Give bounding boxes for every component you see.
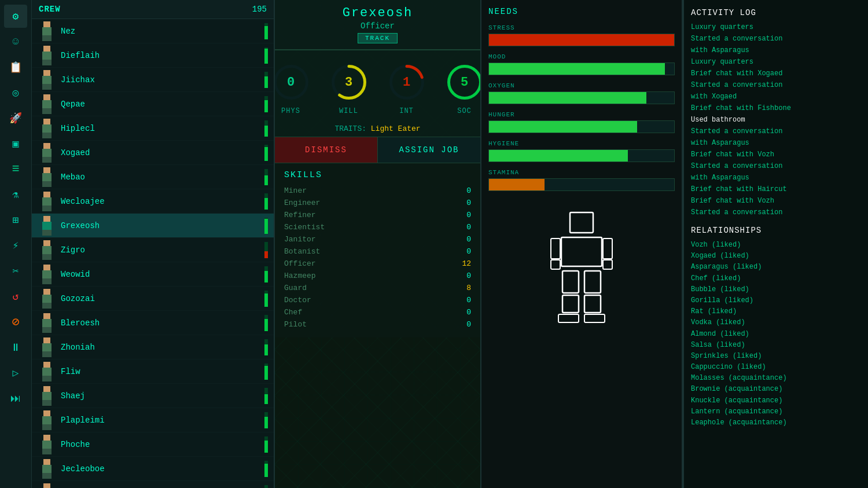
crew-health-bar <box>264 23 268 39</box>
dismiss-button[interactable]: DISMISS <box>275 137 378 163</box>
stat-will: 3 WILL <box>329 62 369 115</box>
svg-rect-22 <box>42 197 52 206</box>
crew-health-bar <box>264 120 268 137</box>
need-bar-fill <box>489 179 545 190</box>
crew-member-weowid[interactable]: Weowid <box>32 262 274 287</box>
crew-health-bar <box>264 436 268 453</box>
svg-rect-55 <box>42 465 52 473</box>
crew-member-nez[interactable]: Nez <box>32 19 274 43</box>
crew-health-bar-fill <box>264 394 268 404</box>
svg-rect-75 <box>551 260 560 269</box>
crew-list: NezDieflaihJiichaxQepaeHipleclXogaedMeba… <box>32 19 274 488</box>
crew-member-phoche[interactable]: Phoche <box>32 432 274 457</box>
grid-icon[interactable]: ⊞ <box>4 208 27 232</box>
svg-rect-36 <box>43 313 50 319</box>
crew-member-fliw[interactable]: Fliw <box>32 359 274 384</box>
svg-rect-72 <box>561 237 602 266</box>
assign-job-button[interactable]: ASSIGN JOB <box>378 137 480 163</box>
fast-forward-icon[interactable]: ⏭ <box>4 387 27 410</box>
skill-value: 0 <box>466 235 471 244</box>
crew-member-xogaed[interactable]: Xogaed <box>32 141 274 165</box>
crew-name: Nez <box>61 27 260 36</box>
need-bar-bg <box>488 91 675 104</box>
needs-title: NEEDS <box>488 7 675 16</box>
target-icon[interactable]: ◎ <box>4 81 27 104</box>
reload-icon[interactable]: ↺ <box>4 285 27 308</box>
svg-rect-49 <box>42 416 52 424</box>
character-icon[interactable]: ☺ <box>4 30 27 53</box>
svg-rect-5 <box>42 60 52 65</box>
crew-member-zigro[interactable]: Zigro <box>32 238 274 262</box>
document-icon[interactable]: 📋 <box>4 56 27 79</box>
crew-member-qepae[interactable]: Qepae <box>32 92 274 116</box>
crew-member-jiichax[interactable]: Jiichax <box>32 68 274 92</box>
activity-list: Luxury quartersStarted a conversationwit… <box>691 22 861 218</box>
crew-health-bar-fill <box>264 219 268 233</box>
svg-rect-21 <box>43 192 50 197</box>
crew-member-grexeosh[interactable]: Grexeosh <box>32 214 274 238</box>
crew-member-gozozai[interactable]: Gozozai <box>32 287 274 311</box>
crew-member-shaej[interactable]: Shaej <box>32 384 274 408</box>
relationships-section: RELATIONSHIPS Vozh (liked)Xogaed (liked)… <box>691 226 861 428</box>
flask-icon[interactable]: ⚗ <box>4 183 27 206</box>
ranks-icon[interactable]: ≡ <box>4 157 27 181</box>
skill-row: Doctor 0 <box>284 294 471 306</box>
crew-name: Wecloajee <box>61 197 260 206</box>
skill-name: Scientist <box>284 223 325 232</box>
skills-title: SKILLS <box>284 170 471 180</box>
crew-name: Jecleoboe <box>61 464 260 474</box>
skill-name: Doctor <box>284 296 311 304</box>
traits-row: TRAITS: Light Eater <box>275 121 480 137</box>
track-button[interactable]: TRACK <box>358 33 398 43</box>
stat-circle-container: 1 <box>387 62 427 102</box>
crew-health-bar <box>264 291 268 307</box>
need-row-stamina: STAMINA <box>488 169 675 191</box>
need-bar-bg <box>488 178 675 191</box>
avatar <box>38 119 56 138</box>
crew-member-bleroesh[interactable]: Bleroesh <box>32 311 274 335</box>
char-name: Grexeosh <box>281 6 475 20</box>
stop-icon[interactable]: ⊘ <box>4 310 27 333</box>
pause-icon[interactable]: ⏸ <box>4 336 27 359</box>
crew-member-wecloajee[interactable]: Wecloajee <box>32 189 274 214</box>
svg-rect-38 <box>42 327 52 333</box>
need-row-stress: STRESS <box>488 24 675 46</box>
avatar <box>38 144 56 162</box>
need-row-hunger: HUNGER <box>488 111 675 133</box>
stat-circle-container: 5 <box>444 62 481 102</box>
relationship-item: Rat (liked) <box>691 306 861 317</box>
monitor-icon[interactable]: ▣ <box>4 132 27 155</box>
skill-name: Janitor <box>284 235 316 244</box>
skill-row: Pilot 0 <box>284 318 471 331</box>
crew-member-dieflaih[interactable]: Dieflaih <box>32 43 274 68</box>
skill-name: Guard <box>284 284 307 292</box>
need-bar-fill <box>489 63 665 75</box>
crew-health-bar-fill <box>264 26 268 39</box>
skill-row: Miner 0 <box>284 185 471 197</box>
svg-rect-81 <box>558 314 579 322</box>
svg-rect-30 <box>43 265 50 270</box>
crew-name: Grexeosh <box>61 221 260 230</box>
crew-member-read[interactable]: Read <box>32 481 274 488</box>
activity-item: Started a conversation <box>691 126 861 137</box>
crew-member-zhoniah[interactable]: Zhoniah <box>32 335 274 359</box>
crew-health-bar-fill <box>264 147 268 161</box>
stat-label: WILL <box>339 107 358 115</box>
stat-soc: 5 SOC <box>444 62 481 115</box>
lightning-icon[interactable]: ⚡ <box>4 234 27 257</box>
play-icon[interactable]: ▷ <box>4 361 27 384</box>
svg-rect-37 <box>42 319 52 327</box>
tools-icon[interactable]: ✂ <box>4 259 27 282</box>
crew-member-mebao[interactable]: Mebao <box>32 165 274 189</box>
svg-rect-47 <box>42 400 52 406</box>
activity-item: Brief chat with Haircut <box>691 184 861 195</box>
crew-member-hiplecl[interactable]: Hiplecl <box>32 116 274 141</box>
settings-icon[interactable]: ⚙ <box>4 5 27 28</box>
svg-rect-48 <box>43 410 50 416</box>
crew-member-jecleoboe[interactable]: Jecleoboe <box>32 457 274 481</box>
rocket-icon[interactable]: 🚀 <box>4 107 27 130</box>
crew-member-plapleimi[interactable]: Plapleimi <box>32 408 274 432</box>
skill-value: 0 <box>466 308 471 317</box>
skill-name: Botanist <box>284 247 320 256</box>
skill-row: Janitor 0 <box>284 233 471 245</box>
